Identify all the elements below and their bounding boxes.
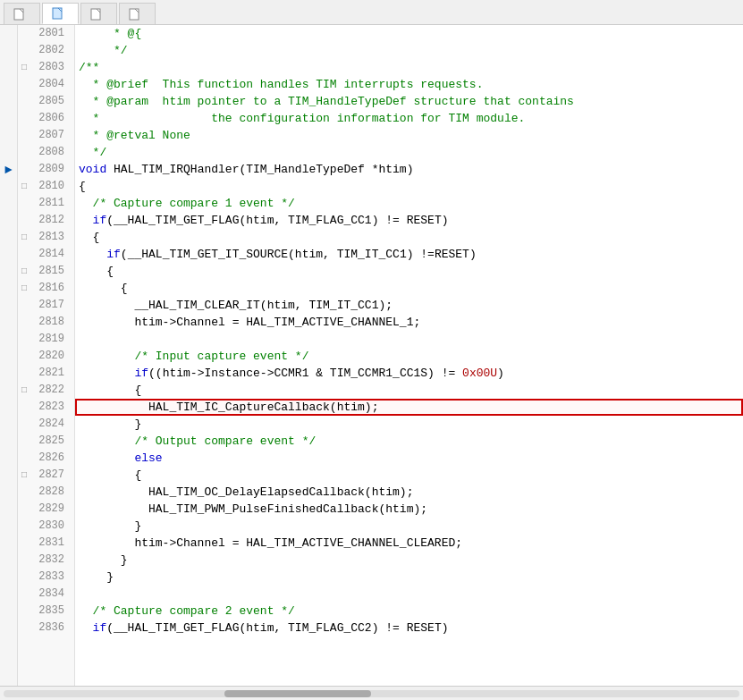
code-line: HAL_TIM_OC_DelayElapsedCallback(htim); (75, 484, 743, 501)
gutter-row (0, 25, 17, 42)
gutter-row (0, 399, 17, 416)
fold-marker (18, 620, 30, 637)
gutter-row (0, 263, 17, 280)
line-number: 2835 (30, 603, 70, 620)
line-number: 2804 (30, 76, 70, 93)
line-number: 2821 (30, 365, 70, 382)
line-number: 2820 (30, 348, 70, 365)
gutter-row (0, 620, 17, 637)
gutter-row (0, 416, 17, 433)
fold-marker (18, 416, 30, 433)
code-line: { (75, 263, 743, 280)
code-line: { (75, 467, 743, 484)
fold-marker (18, 314, 30, 331)
tab-stm32f4xx-it[interactable] (119, 3, 156, 24)
gutter-row (0, 93, 17, 110)
line-number: 2829 (30, 501, 70, 518)
fold-marker (18, 42, 30, 59)
gutter-row (0, 348, 17, 365)
code-line: */ (75, 144, 743, 161)
line-number: 2805 (30, 93, 70, 110)
code-area: ► □□□□□□□ 280128022803280428052806280728… (0, 25, 743, 686)
gutter-row (0, 127, 17, 144)
code-line: HAL_TIM_PWM_PulseFinishedCallback(htim); (75, 501, 743, 518)
fold-marker (18, 518, 30, 535)
file-icon-tim (90, 8, 103, 21)
code-line: * @{ (75, 25, 743, 42)
code-line: { (75, 280, 743, 297)
code-line: HAL_TIM_IC_CaptureCallback(htim); (75, 399, 743, 416)
line-number: 2808 (30, 144, 70, 161)
code-line: htim->Channel = HAL_TIM_ACTIVE_CHANNEL_1… (75, 314, 743, 331)
tab-main-c[interactable] (4, 3, 40, 24)
line-number: 2809 (30, 161, 70, 178)
gutter-row (0, 212, 17, 229)
gutter-row (0, 178, 17, 195)
horizontal-scrollbar[interactable] (0, 686, 743, 700)
gutter-row (0, 518, 17, 535)
fold-marker[interactable]: □ (18, 178, 30, 195)
line-numbers: 2801280228032804280528062807280828092810… (30, 25, 75, 686)
fold-marker (18, 586, 30, 603)
scrollbar-track[interactable] (4, 690, 739, 697)
fold-marker[interactable]: □ (18, 280, 30, 297)
fold-marker[interactable]: □ (18, 229, 30, 246)
fold-marker (18, 25, 30, 42)
code-line: if((htim->Instance->CCMR1 & TIM_CCMR1_CC… (75, 365, 743, 382)
fold-marker (18, 552, 30, 569)
gutter-row (0, 535, 17, 552)
gutter-row (0, 42, 17, 59)
gutter-row (0, 484, 17, 501)
line-number: 2830 (30, 518, 70, 535)
fold-marker[interactable]: □ (18, 263, 30, 280)
fold-marker (18, 246, 30, 263)
line-number: 2814 (30, 246, 70, 263)
fold-marker (18, 535, 30, 552)
gutter-row (0, 467, 17, 484)
gutter-row (0, 603, 17, 620)
code-line: * @brief This function handles TIM inter… (75, 76, 743, 93)
code-line: /* Capture compare 2 event */ (75, 603, 743, 620)
line-number: 2802 (30, 42, 70, 59)
code-line: { (75, 382, 743, 399)
code-content[interactable]: * @{ *//** * @brief This function handle… (75, 25, 743, 686)
code-line: { (75, 229, 743, 246)
gutter-row (0, 59, 17, 76)
code-line: } (75, 416, 743, 433)
code-line: __HAL_TIM_CLEAR_IT(htim, TIM_IT_CC1); (75, 297, 743, 314)
tab-bar (0, 0, 743, 25)
line-number: 2810 (30, 178, 70, 195)
gutter-row (0, 297, 17, 314)
gutter-row (0, 246, 17, 263)
fold-marker (18, 144, 30, 161)
line-number: 2817 (30, 297, 70, 314)
code-line: * @retval None (75, 127, 743, 144)
fold-marker[interactable]: □ (18, 382, 30, 399)
fold-marker (18, 569, 30, 586)
code-line: void HAL_TIM_IRQHandler(TIM_HandleTypeDe… (75, 161, 743, 178)
code-line (75, 586, 743, 603)
gutter-row (0, 331, 17, 348)
gutter-row (0, 229, 17, 246)
line-number: 2815 (30, 263, 70, 280)
fold-marker (18, 399, 30, 416)
code-line: */ (75, 42, 743, 59)
gutter-row (0, 569, 17, 586)
line-number: 2825 (30, 433, 70, 450)
code-line: /* Input capture event */ (75, 348, 743, 365)
line-number: 2811 (30, 195, 70, 212)
fold-marker (18, 212, 30, 229)
code-line: } (75, 569, 743, 586)
code-line: else (75, 450, 743, 467)
fold-marker[interactable]: □ (18, 59, 30, 76)
line-number: 2803 (30, 59, 70, 76)
fold-column: □□□□□□□ (18, 25, 30, 686)
line-number: 2824 (30, 416, 70, 433)
scrollbar-thumb[interactable] (224, 690, 372, 697)
line-number: 2827 (30, 467, 70, 484)
code-line: /** (75, 59, 743, 76)
tab-tim-c[interactable] (80, 3, 117, 24)
fold-marker (18, 161, 30, 178)
tab-stm32f4xx-hal-tim[interactable] (42, 3, 79, 24)
fold-marker[interactable]: □ (18, 467, 30, 484)
